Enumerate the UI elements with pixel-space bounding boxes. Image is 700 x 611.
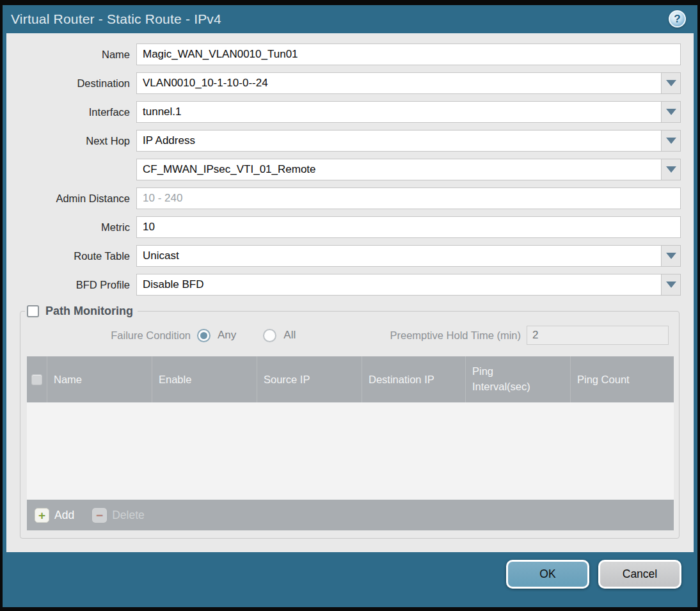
add-button-label: Add [54, 509, 74, 522]
interface-dropdown-button[interactable] [661, 101, 681, 123]
next-hop-address-select[interactable] [136, 159, 681, 180]
preemptive-hold-time-input [527, 326, 669, 345]
chevron-down-icon [666, 253, 676, 259]
chevron-down-icon [666, 166, 676, 173]
metric-input[interactable] [136, 216, 681, 238]
help-icon[interactable]: ? [669, 10, 686, 28]
next-hop-row: Next Hop [7, 130, 693, 152]
dialog-titlebar: Virtual Router - Static Route - IPv4 ? [3, 5, 697, 33]
plus-icon: + [35, 508, 49, 523]
path-monitoring-checkbox[interactable] [27, 305, 39, 317]
name-input[interactable] [136, 44, 681, 65]
header-checkbox-cell [27, 356, 47, 402]
column-header-source-ip: Source IP [257, 356, 362, 402]
column-header-name: Name [47, 356, 152, 402]
next-hop-address-dropdown-button[interactable] [661, 159, 681, 180]
failure-condition-label: Failure Condition [20, 329, 197, 342]
metric-row: Metric [7, 216, 693, 238]
table-footer: + Add − Delete [27, 500, 674, 530]
static-route-dialog: Virtual Router - Static Route - IPv4 ? N… [3, 5, 697, 607]
next-hop-type-dropdown-button[interactable] [661, 130, 681, 152]
destination-label: Destination [7, 77, 136, 90]
path-monitoring-legend: Path Monitoring [25, 305, 138, 318]
chevron-down-icon [666, 109, 676, 115]
delete-button-label: Delete [112, 509, 145, 522]
column-header-enable: Enable [152, 356, 257, 402]
chevron-down-icon [666, 80, 676, 86]
ok-button[interactable]: OK [506, 560, 589, 589]
next-hop-address-row [7, 159, 693, 180]
path-monitoring-title: Path Monitoring [45, 305, 133, 318]
cancel-button[interactable]: Cancel [598, 560, 681, 589]
interface-select[interactable] [136, 101, 681, 123]
route-table-dropdown-button[interactable] [661, 245, 681, 267]
destination-select[interactable] [136, 72, 681, 94]
failure-any-radio[interactable] [197, 329, 211, 342]
next-hop-type-select[interactable] [136, 130, 681, 152]
admin-distance-label: Admin Distance [7, 193, 136, 205]
minus-icon: − [92, 508, 107, 523]
table-header: Name Enable Source IP Destination IP Pin… [27, 356, 674, 402]
failure-all-label: All [283, 329, 296, 342]
bfd-profile-dropdown-button[interactable] [661, 274, 681, 296]
destination-dropdown-button[interactable] [661, 72, 681, 94]
path-monitoring-table: Name Enable Source IP Destination IP Pin… [27, 356, 674, 530]
name-field [136, 44, 681, 65]
next-hop-address-field [136, 159, 681, 180]
admin-distance-field [136, 187, 681, 209]
next-hop-label: Next Hop [7, 135, 136, 147]
interface-field [136, 101, 681, 123]
delete-button[interactable]: − Delete [92, 508, 145, 523]
column-header-ping-interval: Ping Interval(sec) [466, 356, 571, 402]
route-table-field [136, 245, 681, 267]
failure-condition-row: Failure Condition Any All Preemptive Hol… [20, 326, 679, 345]
dialog-action-bar: OK Cancel [3, 552, 697, 607]
table-body-empty [27, 402, 674, 500]
admin-distance-input[interactable] [136, 187, 681, 209]
preemptive-hold-time-label: Preemptive Hold Time (min) [390, 329, 521, 342]
name-row: Name [7, 44, 693, 65]
column-header-ping-count: Ping Count [571, 356, 674, 402]
destination-field [136, 72, 681, 94]
add-button[interactable]: + Add [35, 508, 74, 523]
route-table-row: Route Table [7, 245, 693, 267]
failure-any-label: Any [218, 329, 236, 342]
screen: Virtual Router - Static Route - IPv4 ? N… [0, 0, 700, 611]
interface-row: Interface [7, 101, 693, 123]
admin-distance-row: Admin Distance [7, 187, 693, 209]
chevron-down-icon [666, 138, 676, 144]
select-all-checkbox[interactable] [31, 374, 42, 385]
help-glyph: ? [674, 13, 680, 26]
route-table-select[interactable] [136, 245, 681, 267]
bfd-profile-select[interactable] [136, 274, 681, 296]
metric-label: Metric [7, 221, 136, 234]
name-label: Name [7, 49, 136, 61]
bfd-profile-field [136, 274, 681, 296]
bfd-profile-label: BFD Profile [7, 279, 136, 291]
destination-row: Destination [7, 72, 693, 94]
next-hop-type-field [136, 130, 681, 152]
bfd-profile-row: BFD Profile [7, 274, 693, 296]
form-panel: Name Destination Interface [6, 33, 694, 552]
interface-label: Interface [7, 106, 136, 118]
failure-all-radio[interactable] [263, 329, 276, 342]
path-monitoring-section: Path Monitoring Failure Condition Any Al… [20, 305, 680, 539]
dialog-title: Virtual Router - Static Route - IPv4 [3, 12, 221, 27]
radio-dot [200, 332, 207, 339]
chevron-down-icon [666, 282, 676, 288]
route-table-label: Route Table [7, 250, 136, 262]
metric-field [136, 216, 681, 238]
column-header-destination-ip: Destination IP [362, 356, 466, 402]
